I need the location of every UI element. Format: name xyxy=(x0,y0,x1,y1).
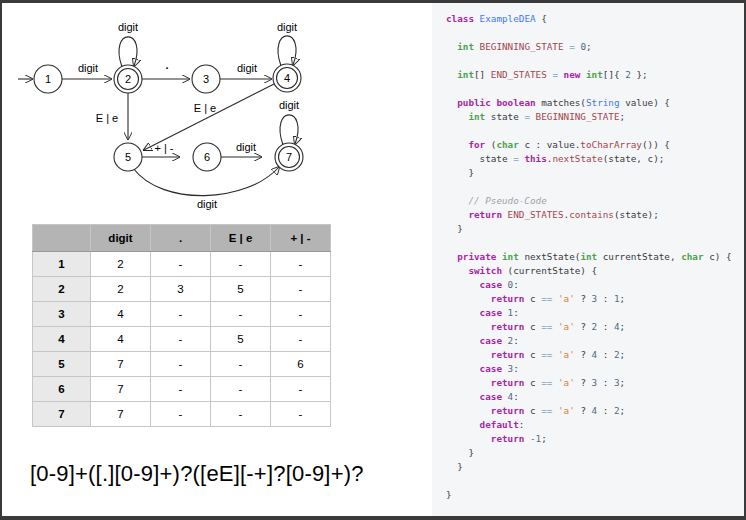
edge-label-loop7: digit xyxy=(279,99,299,111)
transition-cell: 6 xyxy=(271,352,331,377)
code-line: for (char c : value.toCharArray()) { xyxy=(446,138,738,152)
state-label: 6 xyxy=(204,151,210,163)
dfa-edges xyxy=(18,36,298,196)
table-row: 77--- xyxy=(33,402,331,427)
edge-label-5-7: digit xyxy=(197,198,217,210)
code-line: } xyxy=(446,222,738,236)
code-line xyxy=(446,124,738,138)
state-node-2: 2 xyxy=(114,65,142,93)
code-line: int[] END_STATES = new int[]{ 2 }; xyxy=(446,68,738,82)
transition-cell: - xyxy=(211,352,271,377)
code-line: default: xyxy=(446,418,738,432)
transition-cell: 5 xyxy=(211,277,271,302)
code-line: case 0: xyxy=(446,278,738,292)
code-line: return c == 'a' ? 4 : 2; xyxy=(446,404,738,418)
row-state-label: 3 xyxy=(33,302,91,327)
col-header-exponent: E | e xyxy=(211,225,271,252)
state-label: 3 xyxy=(203,73,209,85)
transition-cell: 2 xyxy=(91,252,151,277)
code-line xyxy=(446,54,738,68)
state-node-7: 7 xyxy=(275,143,303,171)
dfa-edge-labels: digit digit digit digit . digit E | e E … xyxy=(78,21,299,210)
transition-cell: - xyxy=(211,402,271,427)
transition-cell: 4 xyxy=(91,327,151,352)
state-node-5: 5 xyxy=(114,143,142,171)
state-node-3: 3 xyxy=(192,65,220,93)
table-row: 57--6 xyxy=(33,352,331,377)
transition-cell: - xyxy=(271,327,331,352)
table-row: 34--- xyxy=(33,302,331,327)
edge-label-4-5: E | e xyxy=(194,102,216,114)
table-row: 12--- xyxy=(33,252,331,277)
code-line: return c == 'a' ? 3 : 3; xyxy=(446,376,738,390)
code-line: } xyxy=(446,446,738,460)
row-state-label: 6 xyxy=(33,377,91,402)
code-line: int BEGINNING_STATE = 0; xyxy=(446,40,738,54)
transition-cell: - xyxy=(151,402,211,427)
transition-cell: - xyxy=(211,252,271,277)
self-loop-4 xyxy=(278,36,296,66)
transition-table-body: 12---2235-34---44-5-57--667---77--- xyxy=(33,252,331,427)
state-label: 1 xyxy=(45,73,51,85)
code-line xyxy=(446,236,738,250)
code-panel: class ExampleDEA { int BEGINNING_STATE =… xyxy=(432,3,744,516)
transition-cell: 7 xyxy=(91,352,151,377)
state-label: 5 xyxy=(125,151,131,163)
transition-cell: - xyxy=(151,377,211,402)
self-loop-7 xyxy=(280,115,298,145)
code-line: return c == 'a' ? 2 : 4; xyxy=(446,320,738,334)
table-row: 2235- xyxy=(33,277,331,302)
dfa-state-diagram: 1 2 3 4 5 6 7 digit xyxy=(12,9,432,221)
transition-cell: 4 xyxy=(91,302,151,327)
col-header-digit: digit xyxy=(91,225,151,252)
transition-cell: - xyxy=(211,302,271,327)
code-line: class ExampleDEA { xyxy=(446,12,738,26)
edge-label-1-2: digit xyxy=(78,62,98,74)
code-block: class ExampleDEA { int BEGINNING_STATE =… xyxy=(446,12,738,502)
code-line: } xyxy=(446,460,738,474)
col-header-sign: + | - xyxy=(271,225,331,252)
transition-cell: 2 xyxy=(91,277,151,302)
transition-table: digit . E | e + | - 12---2235-34---44-5-… xyxy=(32,224,331,427)
code-line xyxy=(446,26,738,40)
code-line: case 4: xyxy=(446,390,738,404)
col-header-state xyxy=(33,225,91,252)
transition-cell: 7 xyxy=(91,402,151,427)
row-state-label: 1 xyxy=(33,252,91,277)
code-line: state = this.nextState(state, c); xyxy=(446,152,738,166)
code-line: case 2: xyxy=(446,334,738,348)
transition-cell: 3 xyxy=(151,277,211,302)
edge-label-2-5: E | e xyxy=(96,112,118,124)
transition-cell: - xyxy=(271,302,331,327)
code-line: return -1; xyxy=(446,432,738,446)
transition-cell: - xyxy=(271,252,331,277)
state-node-6: 6 xyxy=(193,143,221,171)
transition-cell: - xyxy=(151,327,211,352)
state-node-4: 4 xyxy=(273,64,301,92)
code-line xyxy=(446,474,738,488)
code-line: case 1: xyxy=(446,306,738,320)
code-line: private int nextState(int currentState, … xyxy=(446,250,738,264)
table-row: 67--- xyxy=(33,377,331,402)
transition-cell: - xyxy=(151,352,211,377)
transition-cell: - xyxy=(271,377,331,402)
row-state-label: 5 xyxy=(33,352,91,377)
transition-cell: 5 xyxy=(211,327,271,352)
transition-cell: - xyxy=(151,302,211,327)
transition-cell: 7 xyxy=(91,377,151,402)
row-state-label: 2 xyxy=(33,277,91,302)
code-line xyxy=(446,180,738,194)
regex-text: [0-9]+([.][0-9]+)?([eE][-+]?[0-9]+)? xyxy=(30,461,364,487)
transition-cell: - xyxy=(151,252,211,277)
code-line: } xyxy=(446,166,738,180)
state-label: 2 xyxy=(125,73,131,85)
edge-label-loop4: digit xyxy=(277,21,297,33)
code-line: } xyxy=(446,488,738,502)
edge-label-6-7: digit xyxy=(236,141,256,153)
code-line: public boolean matches(String value) { xyxy=(446,96,738,110)
code-line: int state = BEGINNING_STATE; xyxy=(446,110,738,124)
table-header-row: digit . E | e + | - xyxy=(33,225,331,252)
transition-cell: - xyxy=(271,402,331,427)
row-state-label: 7 xyxy=(33,402,91,427)
screenshot-root: 1 2 3 4 5 6 7 digit xyxy=(0,0,746,520)
